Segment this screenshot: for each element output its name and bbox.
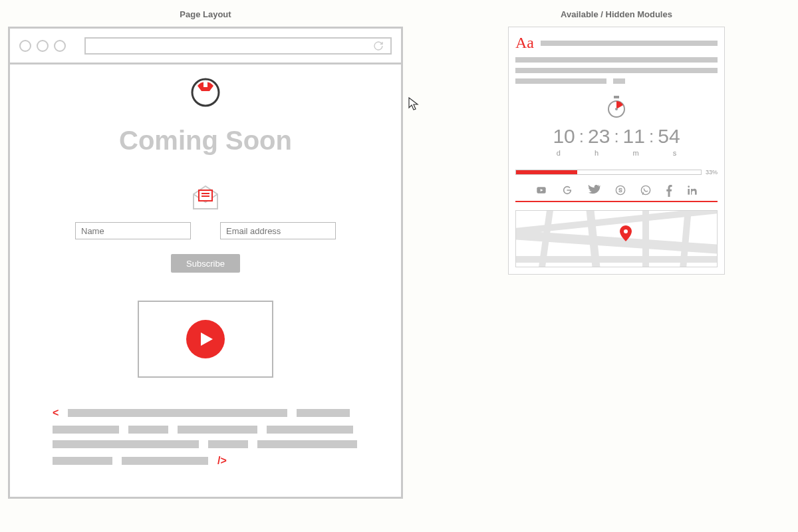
html-module[interactable]: < />: [53, 407, 358, 473]
mail-icon: [191, 185, 220, 211]
text-icon: Aa: [515, 34, 534, 52]
stopwatch-icon: [607, 96, 626, 118]
linkedin-icon[interactable]: [687, 185, 698, 196]
whatsapp-icon[interactable]: [640, 185, 651, 196]
countdown-hours: 23: [588, 125, 610, 148]
svg-point-12: [688, 186, 690, 188]
available-modules-panel: Aa 10 : 23 : 11 : 54: [508, 27, 725, 275]
svg-rect-11: [688, 189, 690, 195]
subscribe-button[interactable]: Subscribe: [171, 254, 240, 273]
countdown-seconds: 54: [658, 125, 680, 148]
svg-point-13: [624, 229, 628, 233]
video-module[interactable]: [138, 301, 273, 378]
svg-point-10: [641, 186, 650, 194]
play-button[interactable]: [186, 320, 225, 358]
countdown-digits: 10 : 23 : 11 : 54: [553, 125, 680, 148]
social-module[interactable]: [515, 185, 718, 202]
code-close-tag: />: [217, 455, 227, 467]
cursor-icon: [408, 97, 419, 110]
url-bar[interactable]: [84, 37, 392, 55]
title-module[interactable]: Coming Soon: [119, 126, 292, 156]
progress-label: 33%: [706, 169, 718, 176]
google-icon[interactable]: [562, 185, 573, 196]
svg-rect-1: [203, 80, 207, 87]
page-layout-canvas[interactable]: Coming Soon Subscribe <: [8, 27, 403, 499]
youtube-icon[interactable]: [535, 185, 547, 196]
page-layout-heading: Page Layout: [8, 9, 403, 19]
text-module[interactable]: Aa: [515, 34, 718, 84]
progress-track: [515, 170, 702, 175]
layout-body: Coming Soon Subscribe <: [10, 65, 401, 473]
countdown-module[interactable]: 10 : 23 : 11 : 54 d h m s: [515, 96, 718, 157]
refresh-icon[interactable]: [373, 41, 384, 51]
subscribe-module[interactable]: [191, 185, 220, 211]
skype-icon[interactable]: [615, 185, 626, 196]
window-dot: [37, 40, 49, 52]
available-modules-heading: Available / Hidden Modules: [508, 9, 725, 19]
code-open-tag: <: [53, 407, 59, 419]
email-input[interactable]: [220, 222, 336, 239]
name-input[interactable]: [75, 222, 191, 239]
browser-chrome: [10, 29, 401, 65]
countdown-labels: d h m s: [539, 149, 694, 157]
twitter-icon[interactable]: [587, 185, 600, 196]
subscribe-inputs: [75, 222, 336, 239]
facebook-icon[interactable]: [666, 185, 672, 197]
countdown-minutes: 11: [623, 125, 645, 148]
progress-fill: [516, 170, 577, 174]
play-icon: [200, 331, 214, 347]
svg-point-7: [615, 108, 618, 110]
progress-module[interactable]: 33%: [515, 169, 718, 176]
map-pin-icon: [620, 225, 632, 241]
map-module[interactable]: [515, 210, 718, 267]
logo-module[interactable]: [191, 78, 220, 107]
window-dot: [54, 40, 66, 52]
svg-rect-5: [614, 96, 619, 98]
window-dot: [19, 40, 31, 52]
countdown-days: 10: [553, 125, 575, 148]
